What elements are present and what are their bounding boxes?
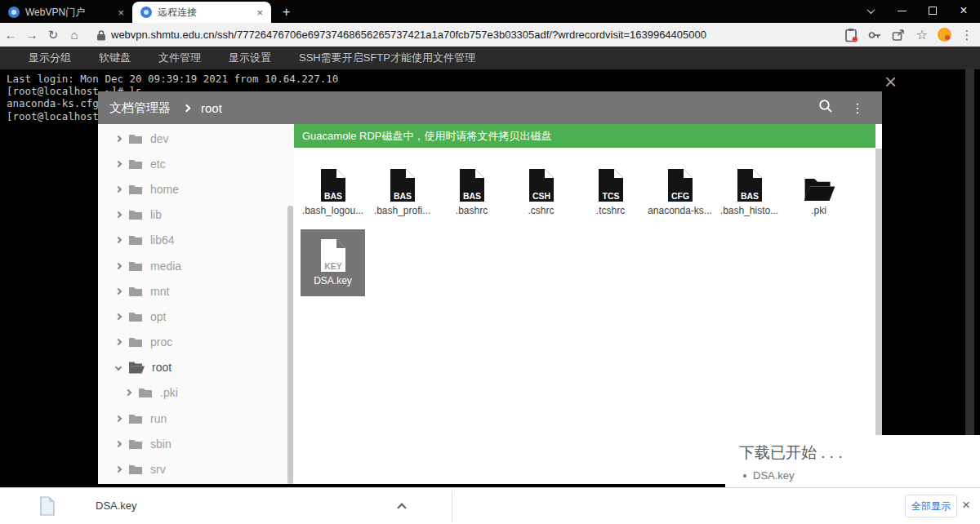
file-grid-area: Guacamole RDP磁盘中，使用时请将文件拷贝出磁盘 BAS.bash_l… xyxy=(294,124,882,484)
bookmark-star-icon[interactable]: ☆ xyxy=(914,27,930,43)
sidebar-item-etc[interactable]: etc xyxy=(98,151,294,176)
lock-icon[interactable] xyxy=(96,29,106,41)
tree-scrollbar[interactable] xyxy=(287,206,293,484)
browser-tab-strip: WebVPN门户 × 远程连接 × + × xyxy=(0,0,980,23)
file-name-label: .bash_profi... xyxy=(374,205,430,216)
folder-icon xyxy=(803,164,835,202)
svg-text:CFG: CFG xyxy=(670,191,688,201)
breadcrumb-chevron-icon xyxy=(183,104,191,112)
download-bar-close-icon[interactable]: × xyxy=(962,497,970,513)
window-close-button[interactable]: × xyxy=(957,4,970,17)
file-manager-panel: 文档管理器 root ⋮ devetchomeliblib64mediamnto… xyxy=(98,91,882,484)
back-icon[interactable]: ← xyxy=(0,28,21,42)
window-maximize-button[interactable] xyxy=(926,4,939,17)
menu-item-1[interactable]: 显示分组 xyxy=(29,51,71,65)
file-tile-anaconda-ks...[interactable]: CFGanaconda-ks... xyxy=(648,159,712,226)
tab-webvpn-portal[interactable]: WebVPN门户 × xyxy=(0,2,132,23)
search-icon[interactable] xyxy=(818,99,833,117)
page-scrollbar[interactable] xyxy=(965,69,974,487)
sidebar-item-lib[interactable]: lib xyxy=(98,202,294,228)
home-icon[interactable]: ⌂ xyxy=(64,28,85,42)
sidebar-item-home[interactable]: home xyxy=(98,176,294,202)
svg-text:CSH: CSH xyxy=(532,191,550,201)
downloaded-file-icon xyxy=(39,496,56,519)
tab-close-icon[interactable]: × xyxy=(256,7,263,19)
download-item-caret-icon[interactable] xyxy=(397,503,406,512)
tab-label: 远程连接 xyxy=(158,6,251,20)
clipboard-record-icon[interactable] xyxy=(843,27,859,43)
svg-text:BAS: BAS xyxy=(462,191,480,201)
file-icon: KEY xyxy=(321,234,345,272)
content-scrollbar[interactable] xyxy=(875,149,882,467)
file-manager-menu-kebab-icon[interactable]: ⋮ xyxy=(851,100,864,116)
file-grid: BAS.bash_logou...BAS.bash_profi...BAS.ba… xyxy=(301,159,882,296)
file-manager-close-icon[interactable]: × xyxy=(884,72,897,91)
tab-search-chevron-icon[interactable] xyxy=(864,4,877,17)
file-tile-.bashrc[interactable]: BAS.bashrc xyxy=(439,159,504,226)
menu-item-4[interactable]: 显示设置 xyxy=(229,51,271,65)
notification-file-name: DSA.key xyxy=(753,469,795,482)
show-all-downloads-button[interactable]: 全部显示 xyxy=(905,495,957,517)
reload-icon[interactable]: ↻ xyxy=(42,28,64,42)
breadcrumb[interactable]: root xyxy=(201,101,222,115)
menu-item-3[interactable]: 文件管理 xyxy=(158,51,201,65)
sidebar-item-sbin[interactable]: sbin xyxy=(98,431,294,456)
chevron-right-icon xyxy=(115,415,122,421)
sidebar-item-mnt[interactable]: mnt xyxy=(98,278,294,304)
sidebar-item-dev[interactable]: dev xyxy=(98,126,294,151)
file-icon: CSH xyxy=(529,164,554,202)
tab-close-icon[interactable]: × xyxy=(118,7,124,19)
sidebar-item-root[interactable]: root xyxy=(98,355,294,380)
folder-icon xyxy=(128,158,143,170)
forward-icon[interactable]: → xyxy=(21,28,42,42)
tree-item-label: proc xyxy=(150,335,172,349)
share-icon[interactable] xyxy=(890,27,906,43)
file-name-label: anaconda-ks... xyxy=(648,205,712,216)
file-icon: BAS xyxy=(737,164,762,202)
sidebar-item-media[interactable]: media xyxy=(98,253,294,278)
webvpn-favicon-icon xyxy=(8,7,20,18)
tree-item-label: run xyxy=(150,412,167,425)
browser-toolbar: ← → ↻ ⌂ webvpn.shmtu.edu.cn/ssh/77726476… xyxy=(0,23,980,47)
divider xyxy=(452,491,452,522)
sidebar-item-srv[interactable]: srv xyxy=(98,456,294,482)
tree-item-label: root xyxy=(152,361,172,374)
rdp-disk-banner: Guacamole RDP磁盘中，使用时请将文件拷贝出磁盘 xyxy=(294,124,875,148)
chevron-right-icon xyxy=(115,186,122,193)
folder-icon xyxy=(128,133,143,144)
new-tab-button[interactable]: + xyxy=(283,5,290,23)
menu-item-5: SSH需要开启SFTP才能使用文件管理 xyxy=(299,51,475,65)
file-tile-.bash_profi...[interactable]: BAS.bash_profi... xyxy=(370,159,434,226)
browser-menu-kebab-icon[interactable]: ⋮ xyxy=(959,27,975,43)
url-input[interactable]: webvpn.shmtu.edu.cn/ssh/77726476706e6973… xyxy=(111,29,830,41)
sidebar-item-run[interactable]: run xyxy=(98,406,294,431)
file-tile-DSA.key[interactable]: KEYDSA.key xyxy=(301,229,365,296)
file-tile-.pki[interactable]: .pki xyxy=(786,159,851,226)
file-tile-.bash_histo...[interactable]: BAS.bash_histo... xyxy=(717,159,782,226)
file-name-label: .bash_histo... xyxy=(720,205,778,216)
tree-item-label: lib xyxy=(150,208,162,221)
menu-item-2[interactable]: 软键盘 xyxy=(99,51,131,65)
sidebar-item-opt[interactable]: opt xyxy=(98,304,294,329)
file-tile-.bash_logou...[interactable]: BAS.bash_logou... xyxy=(301,159,365,226)
sidebar-item-pki[interactable]: .pki xyxy=(98,380,294,406)
download-item[interactable]: DSA.key xyxy=(96,500,137,512)
screen: WebVPN门户 × 远程连接 × + × ← → ↻ ⌂ webvpn.shm… xyxy=(0,0,980,524)
chevron-down-icon xyxy=(115,364,122,371)
tree-item-label: lib64 xyxy=(150,233,175,246)
tab-remote-connection[interactable]: 远程连接 × xyxy=(132,2,271,23)
sidebar-item-proc[interactable]: proc xyxy=(98,330,294,355)
tab-label: WebVPN门户 xyxy=(25,6,112,20)
file-tile-.cshrc[interactable]: CSH.cshrc xyxy=(509,159,573,226)
tree-item-label: .pki xyxy=(160,386,178,399)
password-key-icon[interactable] xyxy=(866,27,883,43)
file-manager-title: 文档管理器 xyxy=(109,100,171,116)
sidebar-item-lib64[interactable]: lib64 xyxy=(98,228,294,253)
chevron-right-icon xyxy=(115,135,122,141)
extension-icon[interactable] xyxy=(938,28,951,42)
file-tile-.tcshrc[interactable]: TCS.tcshrc xyxy=(578,159,643,226)
file-icon: BAS xyxy=(460,164,484,202)
download-bar: DSA.key 全部显示 × xyxy=(0,487,980,524)
tree-item-label: opt xyxy=(150,310,166,323)
window-minimize-button[interactable] xyxy=(895,4,908,17)
